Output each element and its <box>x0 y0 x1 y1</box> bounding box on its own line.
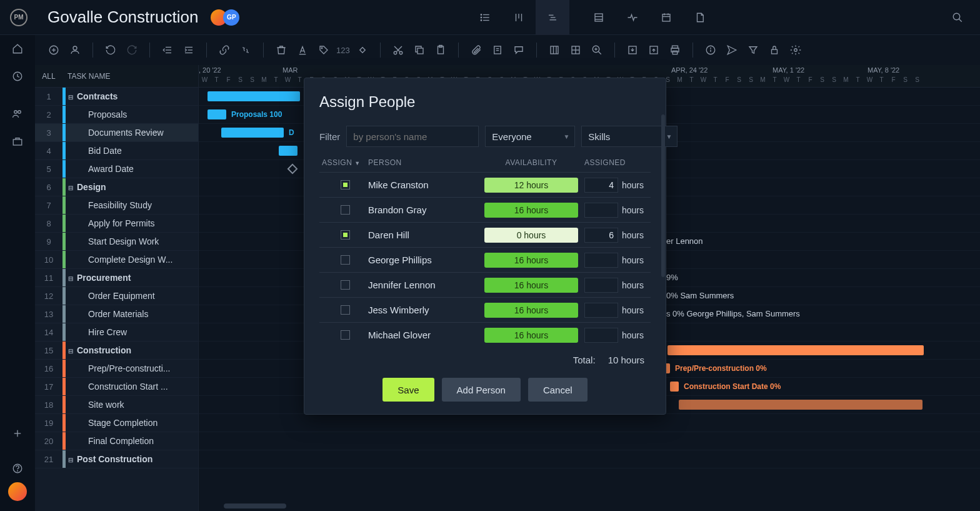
unlink-icon[interactable] <box>237 41 254 59</box>
task-row[interactable]: 7Feasibility Study <box>35 196 198 215</box>
info-icon[interactable] <box>702 41 719 59</box>
zoom-icon[interactable] <box>588 41 606 59</box>
copy-icon[interactable] <box>411 41 428 59</box>
filter-input[interactable] <box>346 126 479 147</box>
task-row[interactable]: 16Prep/Pre-constructi... <box>35 360 198 378</box>
undo-icon[interactable] <box>102 41 119 59</box>
assign-checkbox[interactable] <box>341 305 350 315</box>
grid-icon[interactable] <box>567 41 584 59</box>
task-row[interactable]: 14Hire Crew <box>35 323 198 342</box>
assigned-hours-input[interactable] <box>584 253 618 268</box>
task-row[interactable]: 8Apply for Permits <box>35 215 198 233</box>
nav-home-icon[interactable] <box>0 35 35 63</box>
collapse-icon[interactable]: ⊟ <box>68 457 74 463</box>
task-row[interactable]: 6⊟Design <box>35 178 198 196</box>
task-row[interactable]: 12Order Equipment <box>35 287 198 305</box>
nav-people-icon[interactable] <box>0 100 35 128</box>
col-person[interactable]: PERSON <box>368 158 483 167</box>
avatar-group[interactable]: GP <box>211 9 239 26</box>
assigned-hours-input[interactable] <box>584 303 618 318</box>
assign-checkbox[interactable] <box>341 205 350 215</box>
save-button[interactable]: Save <box>382 378 434 402</box>
nav-recent-icon[interactable] <box>0 63 35 90</box>
link-icon[interactable] <box>216 41 233 59</box>
assign-checkbox[interactable] <box>341 330 350 340</box>
attachment-icon[interactable] <box>468 41 485 59</box>
milestone-icon[interactable] <box>288 164 298 175</box>
column-all[interactable]: ALL <box>35 72 62 81</box>
indent-icon[interactable] <box>180 41 198 59</box>
delete-icon[interactable] <box>272 41 290 59</box>
view-board-icon[interactable] <box>502 0 536 35</box>
user-avatar[interactable] <box>8 482 27 501</box>
lock-icon[interactable] <box>766 41 783 59</box>
text-color-icon[interactable] <box>294 41 311 59</box>
modal-scrollbar[interactable] <box>661 113 666 377</box>
collapse-icon[interactable]: ⊟ <box>68 348 74 355</box>
assign-checkbox[interactable] <box>341 280 350 290</box>
task-row[interactable]: 1⊟Contracts <box>35 88 198 106</box>
search-icon[interactable] <box>952 12 963 23</box>
task-row[interactable]: 4Bid Date <box>35 142 198 160</box>
outdent-icon[interactable] <box>159 41 176 59</box>
task-row[interactable]: 5Award Date <box>35 160 198 178</box>
task-row[interactable]: 9Start Design Work <box>35 233 198 251</box>
add-task-icon[interactable] <box>45 41 62 59</box>
app-logo[interactable]: PM <box>10 9 28 26</box>
assigned-hours-input[interactable] <box>584 278 618 293</box>
col-assign[interactable]: ASSIGN ▼ <box>322 158 368 167</box>
avatar[interactable]: GP <box>223 9 239 26</box>
view-gantt-icon[interactable] <box>536 0 569 35</box>
assign-checkbox[interactable] <box>341 230 350 240</box>
task-row[interactable]: 15⊟Construction <box>35 342 198 360</box>
col-assigned[interactable]: ASSIGNED <box>579 158 648 167</box>
assign-checkbox[interactable] <box>341 255 350 265</box>
nav-add-icon[interactable] <box>0 420 35 447</box>
view-list-icon[interactable] <box>468 0 502 35</box>
task-row[interactable]: 13Order Materials <box>35 305 198 323</box>
view-sheet-icon[interactable] <box>582 0 616 35</box>
collapse-icon[interactable]: ⊟ <box>68 185 74 191</box>
diamond-icon[interactable] <box>354 41 371 59</box>
column-taskname[interactable]: TASK NAME <box>62 72 198 81</box>
send-icon[interactable] <box>723 41 741 59</box>
task-row[interactable]: 21⊟Post Construction <box>35 450 198 468</box>
filter-everyone-dropdown[interactable]: Everyone▼ <box>485 126 575 147</box>
columns-icon[interactable] <box>546 41 563 59</box>
note-icon[interactable] <box>489 41 506 59</box>
collapse-icon[interactable]: ⊟ <box>68 275 74 282</box>
task-row[interactable]: 20Final Completion <box>35 432 198 450</box>
cut-icon[interactable] <box>389 41 407 59</box>
task-row[interactable]: 17Construction Start ... <box>35 378 198 396</box>
print-icon[interactable] <box>666 41 684 59</box>
horizontal-scrollbar[interactable] <box>224 503 286 508</box>
assigned-hours-input[interactable] <box>584 203 618 218</box>
task-row[interactable]: 2Proposals <box>35 106 198 124</box>
add-person-button[interactable]: Add Person <box>442 378 521 402</box>
collapse-icon[interactable]: ⊟ <box>68 94 74 101</box>
assign-icon[interactable] <box>66 41 84 59</box>
view-calendar-icon[interactable] <box>649 0 683 35</box>
cancel-button[interactable]: Cancel <box>528 378 588 402</box>
view-activity-icon[interactable] <box>616 0 649 35</box>
paste-icon[interactable] <box>432 41 449 59</box>
export-icon[interactable] <box>645 41 662 59</box>
task-row[interactable]: 3Documents Review <box>35 124 198 142</box>
tag-icon[interactable] <box>315 41 332 59</box>
assigned-hours-input[interactable] <box>584 228 618 243</box>
task-row[interactable]: 11⊟Procurement <box>35 269 198 287</box>
task-row[interactable]: 10Complete Design W... <box>35 251 198 269</box>
task-row[interactable]: 18Site work <box>35 396 198 414</box>
nav-briefcase-icon[interactable] <box>0 128 35 155</box>
view-file-icon[interactable] <box>683 0 717 35</box>
assigned-hours-input[interactable] <box>584 178 618 193</box>
import-icon[interactable] <box>624 41 641 59</box>
task-row[interactable]: 19Stage Completion <box>35 414 198 432</box>
assigned-hours-input[interactable] <box>584 328 618 343</box>
settings-icon[interactable] <box>787 41 804 59</box>
redo-icon[interactable] <box>123 41 141 59</box>
col-availability[interactable]: AVAILABILITY <box>483 158 579 167</box>
comment-icon[interactable] <box>510 41 528 59</box>
filter-icon[interactable] <box>744 41 762 59</box>
assign-checkbox[interactable] <box>341 180 350 190</box>
